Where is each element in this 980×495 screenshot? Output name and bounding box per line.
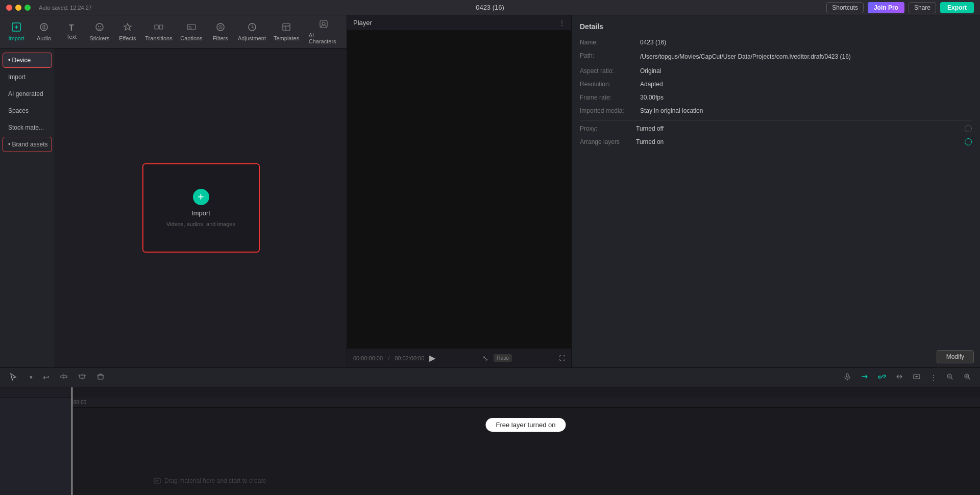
delete-button[interactable] <box>93 370 108 385</box>
templates-icon <box>281 22 291 34</box>
snap-button[interactable] <box>858 371 871 384</box>
toolbar-item-effects[interactable]: Effects <box>114 19 141 44</box>
detail-label-arrange-layers: Arrange layers <box>580 138 636 145</box>
timeline-area: ▾ ↩ <box>0 367 980 495</box>
player-menu-icon[interactable]: ⋮ <box>559 19 565 27</box>
cursor-tool[interactable] <box>6 370 20 385</box>
toolbar-label-text: Text <box>66 34 77 40</box>
align-button[interactable] <box>893 371 906 384</box>
minimize-button[interactable] <box>15 5 21 11</box>
autosave-label: Auto saved: 12:24:27 <box>39 5 92 11</box>
ai-characters-icon <box>318 19 329 31</box>
detail-label-proxy: Proxy: <box>580 125 636 132</box>
cursor-dropdown[interactable]: ▾ <box>27 372 36 383</box>
share-button[interactable]: Share <box>909 2 936 13</box>
transitions-icon <box>154 22 164 34</box>
toolbar-label-templates: Templates <box>274 35 299 41</box>
zoom-out-button[interactable] <box>943 371 957 384</box>
import-drop-zone[interactable]: + Import Videos, audios, and images <box>142 163 260 253</box>
text-icon: T <box>69 24 74 32</box>
detail-row-arrange-layers: Arrange layers Turned on <box>580 138 972 145</box>
svg-rect-11 <box>283 23 290 31</box>
svg-point-13 <box>322 22 325 25</box>
drag-hint: Drag material here and start to create <box>153 477 266 485</box>
maximize-button[interactable] <box>24 5 31 11</box>
toolbar-item-adjustment[interactable]: Adjustment <box>235 19 270 44</box>
details-title: Details <box>580 22 972 31</box>
player-region: Player ⋮ 00:00:00:00 / 00:02:00:00 ▶ ⤡ R… <box>347 15 572 367</box>
toolbar-item-captions[interactable]: Captions <box>177 19 206 44</box>
link-button[interactable] <box>875 371 889 384</box>
modify-button[interactable]: Modify <box>937 350 974 363</box>
toolbar-item-import[interactable]: Import <box>3 19 30 44</box>
detail-label-name: Name: <box>580 39 636 46</box>
timeline-toolbar: ▾ ↩ <box>0 368 980 387</box>
detail-value-resolution: Adapted <box>640 81 972 88</box>
toolbar-item-transitions[interactable]: Transitions <box>142 19 176 44</box>
media-content-area: + Import Videos, audios, and images <box>55 48 347 367</box>
toolbar-item-stickers[interactable]: Stickers <box>86 19 113 44</box>
detail-value-proxy: Turned off <box>636 125 965 132</box>
detail-row-name: Name: 0423 (16) <box>580 39 972 46</box>
app-window: Auto saved: 12:24:27 0423 (16) Shortcuts… <box>0 0 980 495</box>
detail-label-aspect-ratio: Aspect ratio: <box>580 67 636 75</box>
ruler-start: 00:00 <box>74 400 86 405</box>
detail-row-proxy: Proxy: Turned off <box>580 125 972 132</box>
fullscreen-button[interactable]: ⛶ <box>559 355 565 362</box>
export-button[interactable]: Export <box>940 2 974 13</box>
titlebar-actions: Shortcuts Join Pro Share Export <box>826 2 974 13</box>
detail-row-imported-media: Imported media: Stay in original locatio… <box>580 107 972 114</box>
detail-value-imported-media: Stay in original location <box>640 107 972 114</box>
details-panel: Details Name: 0423 (16) Path: /Users/top… <box>572 15 980 367</box>
sidebar-item-ai-generated[interactable]: AI generated <box>3 86 52 102</box>
toolbar-label-adjustment: Adjustment <box>238 35 266 41</box>
mic-button[interactable] <box>841 371 854 384</box>
arrange-layers-toggle[interactable] <box>965 138 972 145</box>
detail-value-arrange-layers: Turned on <box>636 138 965 145</box>
proxy-toggle[interactable] <box>965 125 972 132</box>
zoom-in-button[interactable] <box>961 371 974 384</box>
ratio-badge[interactable]: Ratio <box>494 354 511 362</box>
svg-rect-15 <box>80 375 85 378</box>
svg-rect-17 <box>846 374 848 377</box>
sidebar-item-import[interactable]: Import <box>3 69 52 85</box>
svg-point-4 <box>100 26 101 27</box>
toolbar-item-templates[interactable]: Templates <box>270 19 302 44</box>
more-options-button[interactable]: ⋮ <box>927 372 939 383</box>
player-header: Player ⋮ <box>347 15 571 31</box>
sidebar-item-stock-mate[interactable]: Stock mate... <box>3 120 52 135</box>
detail-value-name: 0423 (16) <box>640 39 972 46</box>
import-plus-icon: + <box>193 189 209 205</box>
toolbar-label-audio: Audio <box>37 35 51 41</box>
split-button[interactable] <box>57 370 71 385</box>
toolbar-label-transitions: Transitions <box>145 35 172 41</box>
sidebar-item-brand-assets[interactable]: • Brand assets <box>3 137 52 152</box>
zoom-fit-icon[interactable]: ⤡ <box>482 354 488 362</box>
drag-hint-icon <box>153 477 161 485</box>
shortcuts-button[interactable]: Shortcuts <box>826 2 864 13</box>
svg-rect-8 <box>187 24 195 30</box>
sidebar-item-device[interactable]: • Device <box>3 53 52 68</box>
toolbar-item-ai-characters[interactable]: AI Characters <box>304 16 344 47</box>
filters-icon <box>215 22 226 34</box>
toolbar-item-audio[interactable]: Audio <box>31 19 57 44</box>
time-end: 00:02:00:00 <box>395 355 424 361</box>
play-button[interactable]: ▶ <box>429 353 435 363</box>
preview-button[interactable] <box>910 371 923 384</box>
toolbar-item-filters[interactable]: Filters <box>207 19 234 44</box>
detail-label-frame-rate: Frame rate: <box>580 94 636 101</box>
toolbar-label-ai-characters: AI Characters <box>309 32 338 44</box>
audio-icon <box>39 22 49 34</box>
close-button[interactable] <box>6 5 12 11</box>
toolbar-label-filters: Filters <box>213 35 228 41</box>
toolbar-item-text[interactable]: T Text <box>58 21 85 43</box>
timeline-left-panel <box>0 387 71 495</box>
joinpro-button[interactable]: Join Pro <box>868 2 904 13</box>
time-separator: / <box>388 355 389 361</box>
crop-button[interactable] <box>75 370 89 385</box>
sidebar-item-spaces[interactable]: Spaces <box>3 103 52 118</box>
undo-button[interactable]: ↩ <box>40 371 53 384</box>
svg-point-3 <box>98 26 99 27</box>
timeline-tracks: 00:00 Free layer turned on Drag material… <box>71 387 980 495</box>
toolbar-label-stickers: Stickers <box>89 35 109 41</box>
